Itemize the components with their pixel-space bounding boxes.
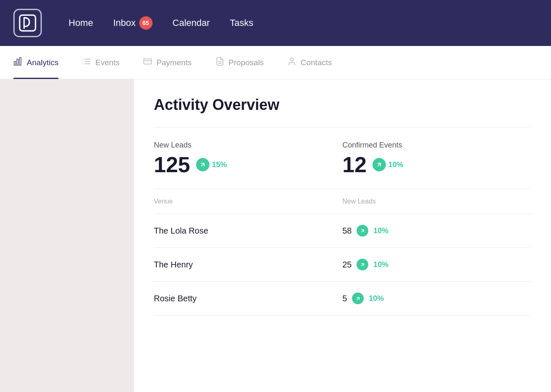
venue-table: Venue New Leads The Lola Rose 58 10% The… [154, 189, 531, 316]
arrow-up-icon-2 [372, 158, 386, 171]
arrow-up-icon [196, 158, 209, 171]
bar-chart-icon [13, 57, 23, 68]
leads-pct-1: 10% [373, 260, 388, 269]
tab-proposals[interactable]: Proposals [215, 46, 264, 79]
stat-new-leads-number: 125 [154, 154, 190, 176]
credit-card-icon [143, 57, 152, 68]
arrow-icon-0 [357, 225, 368, 237]
top-nav: Home Inbox 65 Calendar Tasks [0, 0, 551, 46]
nav-tasks[interactable]: Tasks [230, 18, 253, 28]
stat-new-leads: New Leads 125 15% [154, 141, 342, 176]
col-header-leads: New Leads [342, 198, 531, 205]
table-row: Rosie Betty 5 10% [154, 282, 531, 316]
venue-name-2: Rosie Betty [154, 294, 342, 303]
svg-rect-1 [14, 61, 16, 65]
leads-2: 5 10% [342, 293, 531, 304]
stat-new-leads-value-row: 125 15% [154, 154, 326, 176]
svg-rect-10 [144, 59, 151, 64]
inbox-badge: 65 [139, 16, 153, 30]
list-icon [82, 57, 91, 68]
svg-rect-0 [20, 15, 36, 31]
tab-payments[interactable]: Payments [143, 46, 191, 79]
leads-count-2: 5 [342, 294, 347, 303]
stat-confirmed-events-pct: 10% [388, 160, 403, 169]
table-row: The Lola Rose 58 10% [154, 214, 531, 248]
document-icon [215, 57, 224, 68]
sidebar [0, 79, 134, 392]
venue-name-1: The Henry [154, 260, 342, 270]
leads-count-0: 58 [342, 226, 352, 236]
nav-home[interactable]: Home [69, 18, 93, 28]
table-header: Venue New Leads [154, 189, 531, 214]
main-content: Activity Overview New Leads 125 15% [0, 79, 551, 392]
person-icon [287, 57, 296, 68]
col-header-venue: Venue [154, 198, 342, 205]
nav-inbox[interactable]: Inbox 65 [113, 16, 153, 30]
stat-confirmed-events-value-row: 12 10% [342, 154, 514, 176]
stat-confirmed-events-label: Confirmed Events [342, 141, 514, 150]
leads-count-1: 25 [342, 260, 352, 270]
page-title: Activity Overview [154, 96, 531, 114]
table-row: The Henry 25 10% [154, 248, 531, 282]
tab-analytics[interactable]: Analytics [13, 46, 59, 79]
logo-icon [19, 14, 36, 32]
nav-calendar[interactable]: Calendar [173, 18, 210, 28]
content-area: Activity Overview New Leads 125 15% [134, 79, 551, 392]
arrow-icon-1 [357, 259, 368, 270]
stat-confirmed-events: Confirmed Events 12 10% [342, 141, 531, 176]
sub-nav: Analytics Events Payments Proposals [0, 46, 551, 79]
leads-0: 58 10% [342, 225, 531, 237]
leads-pct-2: 10% [369, 294, 384, 303]
leads-pct-0: 10% [373, 227, 388, 235]
stat-new-leads-pct: 15% [212, 160, 227, 169]
leads-1: 25 10% [342, 259, 531, 270]
venue-name-0: The Lola Rose [154, 226, 342, 236]
tab-events[interactable]: Events [82, 46, 120, 79]
svg-rect-3 [20, 58, 21, 65]
arrow-icon-2 [352, 293, 364, 304]
stat-confirmed-events-number: 12 [342, 154, 367, 176]
stat-new-leads-label: New Leads [154, 141, 326, 150]
svg-rect-2 [17, 59, 18, 66]
logo[interactable] [13, 9, 42, 37]
stat-confirmed-events-badge: 10% [372, 158, 403, 171]
stat-new-leads-badge: 15% [196, 158, 227, 171]
stats-row: New Leads 125 15% Confirmed Events [154, 127, 531, 189]
tab-contacts[interactable]: Contacts [287, 46, 332, 79]
svg-point-14 [290, 58, 293, 61]
